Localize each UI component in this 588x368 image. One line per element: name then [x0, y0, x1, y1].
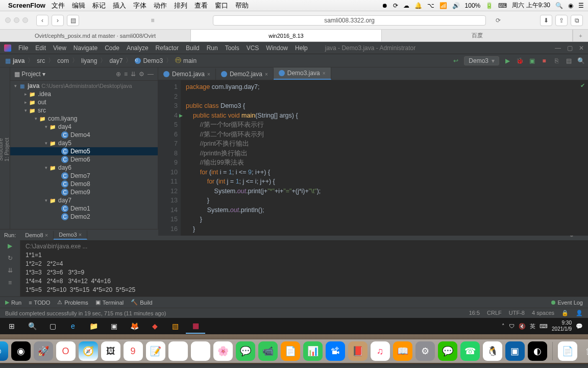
zoom-window-icon[interactable] — [22, 17, 28, 23]
finder-icon[interactable]: ☺ — [0, 341, 8, 361]
bluetooth-icon[interactable]: ⌥ — [427, 2, 434, 9]
run-button[interactable]: ▶ — [503, 57, 511, 65]
reload-icon[interactable]: ⟳ — [496, 17, 501, 24]
crumb-5[interactable]: C Demo3 — [133, 57, 165, 64]
search-button[interactable]: 🔍 — [577, 57, 585, 65]
notes-icon[interactable]: 📝 — [146, 341, 165, 361]
app-name[interactable]: ScreenFlow — [8, 2, 45, 9]
tree-pkg[interactable]: ▾📁com.liyang — [10, 114, 158, 123]
app2-icon[interactable]: ▧ — [165, 318, 185, 334]
menu-window[interactable]: Window — [266, 44, 288, 52]
address-bar[interactable]: samli008.3322.org ⟳ — [213, 15, 486, 26]
structure-button[interactable]: ▤ — [565, 57, 573, 65]
tray-chevron-icon[interactable]: ˄ — [502, 323, 505, 330]
gear-icon[interactable]: ⚙ — [139, 71, 144, 78]
tree-idea[interactable]: ▸📁.idea — [10, 90, 158, 98]
editor-tab-0[interactable]: Demo1.java× — [158, 68, 216, 80]
tree-demo4[interactable]: CDemo4 — [10, 131, 158, 139]
tabs-button[interactable]: ⧉ — [571, 15, 583, 26]
firefox-icon[interactable]: 🦊 — [125, 318, 144, 334]
run-output[interactable]: C:\Java\bin\java.exe ... 1*1=1 1*2=2 2*2… — [20, 240, 588, 296]
qq-icon[interactable]: 🐧 — [483, 341, 502, 361]
record-icon[interactable]: ⏺ — [382, 2, 388, 9]
filter-icon[interactable]: ≡ — [8, 279, 12, 286]
close-icon[interactable]: × — [265, 72, 268, 77]
tree-demo1[interactable]: CDemo1 — [10, 204, 158, 213]
new-tab-button[interactable]: + — [573, 30, 588, 41]
tree-demo9[interactable]: CDemo9 — [10, 188, 158, 196]
menu-analyze[interactable]: Analyze — [127, 44, 149, 52]
browser-tab-0[interactable]: Ovirt/cephfs_posix.md at master · samli0… — [0, 30, 191, 41]
facetime-icon[interactable]: 📹 — [258, 341, 278, 361]
reader-button[interactable]: ≡ — [146, 15, 159, 26]
downloads-icon[interactable]: 📄 — [558, 341, 577, 361]
tree-demo8[interactable]: CDemo8 — [10, 180, 158, 188]
photos-icon[interactable]: 🌸 — [213, 341, 233, 361]
back-nav-icon[interactable]: ↩ — [452, 57, 460, 65]
tree-demo7[interactable]: CDemo7 — [10, 172, 158, 180]
close-window-icon[interactable] — [5, 17, 11, 23]
menu-tools[interactable]: Tools — [225, 44, 239, 52]
menu-edit[interactable]: Edit — [35, 44, 46, 52]
siri-icon[interactable]: ◉ — [568, 2, 573, 9]
crumb-0[interactable]: ▦java — [3, 57, 27, 64]
structure-tool-tab[interactable]: Structure — [0, 75, 4, 225]
whatsapp-icon[interactable]: ☎ — [460, 341, 480, 361]
menu-code[interactable]: Code — [105, 44, 119, 52]
pages-icon[interactable]: 📄 — [281, 341, 300, 361]
lock-icon[interactable]: 🔒 — [561, 310, 569, 316]
taskview-icon[interactable]: ▢ — [43, 318, 62, 334]
control-center-icon[interactable]: ☰ — [578, 2, 584, 9]
calendar-icon[interactable]: 9 — [124, 341, 143, 361]
settings-icon[interactable]: ⚙ — [415, 341, 435, 361]
tray-volume-icon[interactable]: 🔇 — [519, 323, 526, 330]
crumb-2[interactable]: com — [55, 57, 71, 64]
ie-icon[interactable]: e — [63, 318, 83, 334]
clock[interactable]: 周六 上午9:30 — [512, 1, 550, 10]
tray-lang[interactable]: 英 — [530, 323, 535, 330]
spotlight-icon[interactable]: 🔍 — [555, 2, 563, 9]
opera-icon[interactable]: O — [56, 341, 76, 361]
menu-help[interactable]: Help — [295, 44, 308, 52]
messages-icon[interactable]: 💬 — [236, 341, 255, 361]
back-button[interactable]: ‹ — [36, 15, 48, 26]
maps-icon[interactable]: 🗺 — [191, 341, 210, 361]
code-content[interactable]: package com.liyang.day7; public class De… — [181, 80, 588, 236]
run-tab-1[interactable]: Demo3 × — [54, 231, 87, 240]
tree-src[interactable]: ▾📁src — [10, 106, 158, 114]
editor-tab-1[interactable]: Demo2.java× — [216, 68, 274, 80]
notif-icon[interactable]: 🔔 — [414, 2, 422, 9]
status-enc[interactable]: UTF-8 — [509, 310, 525, 316]
wechat-dock-icon[interactable]: 💬 — [438, 341, 457, 361]
search-taskbar-icon[interactable]: 🔍 — [22, 318, 42, 334]
menu-build[interactable]: Build — [186, 44, 200, 52]
preview-icon[interactable]: 🖼 — [101, 341, 120, 361]
tab-build[interactable]: 🔨 Build — [131, 299, 152, 306]
coverage-button[interactable]: ▣ — [528, 57, 536, 65]
collapse-icon[interactable]: ⇊ — [131, 71, 136, 78]
sort-icon[interactable]: ≡ — [124, 71, 128, 78]
system-tray[interactable]: ˄ 🛡 🔇 英 ⌨ 9:302021/1/9 💬 — [502, 320, 586, 332]
project-combo[interactable]: ▦ Project ▾ — [14, 71, 45, 78]
numbers-icon[interactable]: 📊 — [303, 341, 323, 361]
tree-day4[interactable]: ▾📁day4 — [10, 123, 158, 131]
menu-navigate[interactable]: Navigate — [74, 44, 97, 52]
tab-eventlog[interactable]: Event Log — [551, 300, 583, 306]
explorer-icon[interactable]: 📁 — [84, 318, 103, 334]
start-button[interactable]: ⊞ — [2, 318, 21, 334]
wifi-icon[interactable]: 📶 — [439, 2, 447, 9]
reminders-icon[interactable]: ☑ — [168, 341, 188, 361]
target-icon[interactable]: ⊕ — [116, 71, 121, 78]
tab-run[interactable]: ▶Run — [5, 299, 21, 306]
contacts-icon[interactable]: 📕 — [348, 341, 368, 361]
loop-icon[interactable]: ⟳ — [393, 2, 398, 9]
mac-menus[interactable]: 文件编辑标记插入字体动作排列查看窗口帮助 — [52, 1, 256, 10]
tree-demo5[interactable]: CDemo5 — [10, 147, 158, 155]
hide-icon[interactable]: — — [148, 71, 154, 78]
run-gutter-icon[interactable]: ▶ — [179, 111, 183, 121]
tree-root[interactable]: ▾▦javaC:\Users\Administrator\Desktop\jav… — [10, 82, 158, 90]
stop-button[interactable]: ■ — [540, 57, 548, 65]
siri-dock-icon[interactable]: ◉ — [11, 341, 31, 361]
layout-icon[interactable]: ⇊ — [8, 267, 13, 274]
crumb-3[interactable]: liyang — [79, 57, 99, 64]
